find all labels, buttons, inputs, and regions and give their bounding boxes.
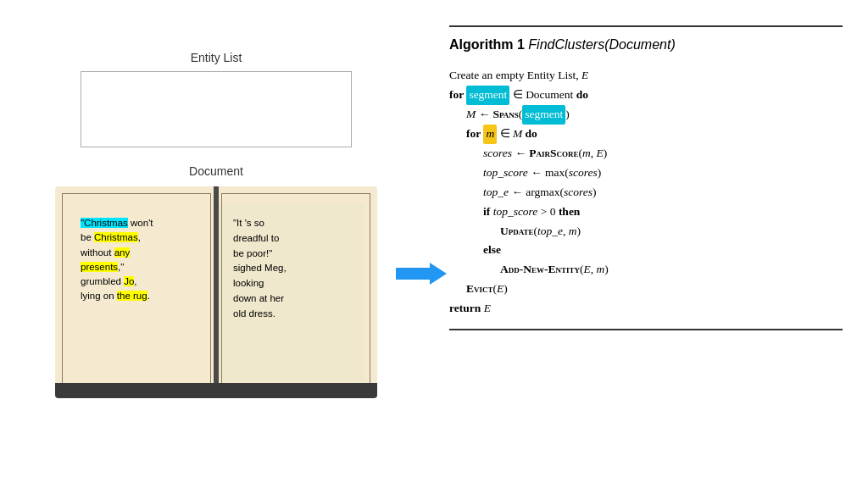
algo-line-11: Add‑New‑Entity(E, m) [449,260,843,280]
algo-line-6: top_score ← max(scores) [449,164,843,183]
algorithm-title-bold: Algorithm 1 [449,37,525,52]
highlight-rug: the rug [117,291,147,301]
book-bottom-strip [55,383,377,398]
algo-line-7: top_e ← argmax(scores) [449,183,843,202]
right-panel: Algorithm 1 FindClusters(Document) Creat… [432,17,851,471]
entity-list-section: Entity List [17,51,415,147]
document-label: Document [189,164,243,178]
arrow-container [396,261,447,286]
entity-list-label: Entity List [191,51,242,64]
algo-line-10: else [449,241,843,260]
algo-line-9: Update(top_e, m) [449,222,843,241]
document-section: Document "Christmas won't be Christmas, … [17,164,415,398]
highlight-christmas-cyan: "Christmas [81,218,128,228]
book-right-page: "It 's so dreadful to be poor!" sighed M… [216,203,364,381]
algorithm-box: Algorithm 1 FindClusters(Document) Creat… [449,25,843,330]
algorithm-content: Create an empty Entity List, E for segme… [449,66,843,319]
book-spine [214,186,219,398]
hl-segment-1: segment [466,86,509,105]
book-illustration: "Christmas won't be Christmas, without a… [55,186,377,398]
highlight-any: any [114,247,131,258]
algo-line-4: for m ∈ M do [449,125,843,144]
algo-line-3: M ← Spans(segment) [449,105,843,125]
algo-line-5: scores ← PairScore(m, E) [449,144,843,164]
algo-line-12: Evict(E) [449,280,843,299]
hl-m: m [483,125,497,144]
algorithm-title-italic: FindClusters(Document) [528,37,675,52]
highlight-presents: presents [81,262,118,272]
svg-marker-0 [396,263,447,285]
book-left-page: "Christmas won't be Christmas, without a… [68,203,216,381]
highlight-christmas-yellow: Christmas [94,232,138,242]
algorithm-title: Algorithm 1 FindClusters(Document) [449,37,843,56]
entity-list-box [81,71,352,147]
algo-line-8: if top_score > 0 then [449,202,843,222]
algo-line-1: Create an empty Entity List, E [449,66,843,86]
algo-line-13: return E [449,299,843,319]
algo-line-2: for segment ∈ Document do [449,86,843,105]
right-arrow-icon [396,261,447,286]
hl-segment-2: segment [522,105,565,125]
left-panel: Entity List Document "Christmas won't be… [17,17,415,471]
highlight-jo: Jo [124,276,134,286]
